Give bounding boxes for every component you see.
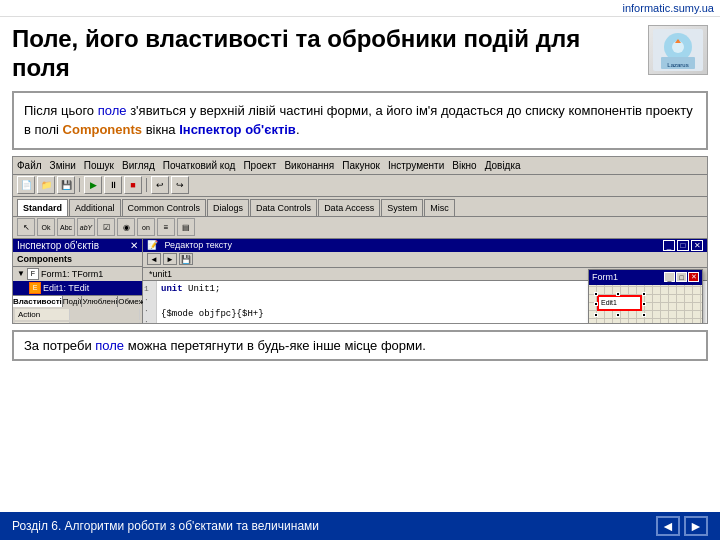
editor-title-text: 📝 Редактор тексту — [147, 240, 232, 250]
editor-maximize[interactable]: □ — [677, 240, 689, 251]
palette-icon-2[interactable]: Abc — [57, 218, 75, 236]
properties-table: Action Align alNone Alignment taLeftJust… — [13, 307, 142, 324]
menu-edit[interactable]: Зміни — [50, 160, 76, 171]
toolbar-btn2[interactable]: ↪ — [171, 176, 189, 194]
site-url[interactable]: informatic.sumy.ua — [623, 2, 715, 14]
palette-icon-1[interactable]: Ok — [37, 218, 55, 236]
nav-next-button[interactable]: ► — [684, 516, 708, 536]
tab-properties[interactable]: Властивості — [13, 296, 63, 307]
toolbar-new[interactable]: 📄 — [17, 176, 35, 194]
editor-minimize[interactable]: _ — [663, 240, 675, 251]
form1-icon: F — [27, 268, 39, 280]
palette-icon-4[interactable]: ☑ — [97, 218, 115, 236]
props-tabs: Властивості Події Улюблені Обмежені — [13, 295, 142, 307]
editor-title-label: Редактор тексту — [165, 240, 233, 250]
handle-tc[interactable] — [616, 292, 620, 296]
handle-bl[interactable] — [594, 313, 598, 317]
nav-prev-button[interactable]: ◄ — [656, 516, 680, 536]
palette-icon-5[interactable]: ◉ — [117, 218, 135, 236]
tab-additional[interactable]: Additional — [69, 199, 121, 216]
toolbar-stop[interactable]: ■ — [124, 176, 142, 194]
top-bar: informatic.sumy.ua — [0, 0, 720, 17]
line-numbers: 1 · · · 5 · · · — [143, 281, 157, 323]
editor-close[interactable]: ✕ — [691, 240, 703, 251]
components-label: Components — [13, 252, 142, 267]
palette-icon-8[interactable]: ▤ — [177, 218, 195, 236]
ed-btn-fwd[interactable]: ► — [163, 253, 177, 265]
bottom-text-after: можна перетягнути в будь-яке інше місце … — [124, 338, 426, 353]
tab-common-controls[interactable]: Common Controls — [122, 199, 207, 216]
inspector-close[interactable]: ✕ — [130, 240, 138, 251]
bottom-box: За потреби поле можна перетягнути в будь… — [12, 330, 708, 361]
menu-window[interactable]: Вікно — [452, 160, 476, 171]
toolbar-pause[interactable]: ⏸ — [104, 176, 122, 194]
ed-btn-back[interactable]: ◄ — [147, 253, 161, 265]
form1-window[interactable]: Form1 _ □ ✕ Edit1 — [588, 269, 703, 324]
handle-mr[interactable] — [642, 302, 646, 306]
tab-system[interactable]: System — [381, 199, 423, 216]
form1-title-text: Form1 — [592, 272, 618, 282]
ed-btn-save[interactable]: 💾 — [179, 253, 193, 265]
edit1-icon: E — [29, 282, 41, 294]
form1-minimize[interactable]: _ — [664, 272, 675, 282]
form1-maximize[interactable]: □ — [676, 272, 687, 282]
bottom-text-before: За потреби — [24, 338, 95, 353]
handle-br[interactable] — [642, 313, 646, 317]
toolbar-save[interactable]: 💾 — [57, 176, 75, 194]
toolbar-sep1 — [79, 178, 80, 192]
menu-source[interactable]: Початковий код — [163, 160, 236, 171]
menu-file[interactable]: Файл — [17, 160, 42, 171]
palette-icon-3[interactable]: abY — [77, 218, 95, 236]
toolbar-sep2 — [146, 178, 147, 192]
edit1-text: Edit1 — [601, 299, 617, 306]
toolbar-btn1[interactable]: ↩ — [151, 176, 169, 194]
footer: Розділ 6. Алгоритми роботи з об'єктами т… — [0, 512, 720, 540]
svg-text:Lazarus: Lazarus — [667, 62, 688, 68]
edit1-widget[interactable]: Edit1 — [597, 295, 642, 311]
palette-icon-6[interactable]: on — [137, 218, 155, 236]
toolbar-open[interactable]: 📁 — [37, 176, 55, 194]
tree-arrow: ▼ — [17, 269, 25, 278]
tree-edit1-label: Edit1: TEdit — [43, 283, 89, 293]
editor-toolbar: ◄ ► 💾 — [143, 252, 707, 268]
prop-value-align[interactable]: alNone — [72, 322, 140, 324]
menu-run[interactable]: Виконання — [284, 160, 334, 171]
menu-tools[interactable]: Інструменти — [388, 160, 444, 171]
inspector-titlebar: Інспектор об'єктів ✕ — [13, 239, 142, 252]
tab-events[interactable]: Події — [63, 296, 83, 307]
navigation-buttons: ◄ ► — [656, 516, 708, 536]
menu-help[interactable]: Довідка — [485, 160, 521, 171]
palette-icons-row: ↖ Ok Abc abY ☑ ◉ on ≡ ▤ — [13, 217, 707, 239]
prop-value-action[interactable] — [72, 309, 140, 320]
code-content: unit Unit1; {$mode objfpc}{$H+} interfac… — [157, 281, 440, 323]
info-inspector: Інспектор об'єктів — [179, 122, 296, 137]
inspector-title-text: Інспектор об'єктів — [17, 240, 99, 251]
form1-close[interactable]: ✕ — [688, 272, 699, 282]
menu-package[interactable]: Пакунок — [342, 160, 380, 171]
tab-data-access[interactable]: Data Access — [318, 199, 380, 216]
tab-standard[interactable]: Standard — [17, 199, 68, 216]
logo: Lazarus — [648, 25, 708, 75]
info-text-before: Після цього — [24, 103, 98, 118]
palette-icon-cursor[interactable]: ↖ — [17, 218, 35, 236]
prop-name-action: Action — [15, 309, 70, 320]
menu-view[interactable]: Вигляд — [122, 160, 155, 171]
tab-favorites[interactable]: Улюблені — [82, 296, 118, 307]
tab-data-controls[interactable]: Data Controls — [250, 199, 317, 216]
tab-misc[interactable]: Misc — [424, 199, 455, 216]
bottom-pole: поле — [95, 338, 124, 353]
tree-form1[interactable]: ▼ F Form1: TForm1 — [13, 267, 142, 281]
tree-edit1[interactable]: E Edit1: TEdit — [13, 281, 142, 295]
toolbar-run[interactable]: ▶ — [84, 176, 102, 194]
handle-tr[interactable] — [642, 292, 646, 296]
prop-row-align: Align alNone — [15, 322, 140, 324]
palette-icon-7[interactable]: ≡ — [157, 218, 175, 236]
info-text-after: вікна — [142, 122, 179, 137]
menu-search[interactable]: Пошук — [84, 160, 114, 171]
menu-project[interactable]: Проект — [243, 160, 276, 171]
handle-tl[interactable] — [594, 292, 598, 296]
form1-body: Edit1 — [589, 285, 702, 324]
handle-bc[interactable] — [616, 313, 620, 317]
tab-dialogs[interactable]: Dialogs — [207, 199, 249, 216]
handle-ml[interactable] — [594, 302, 598, 306]
